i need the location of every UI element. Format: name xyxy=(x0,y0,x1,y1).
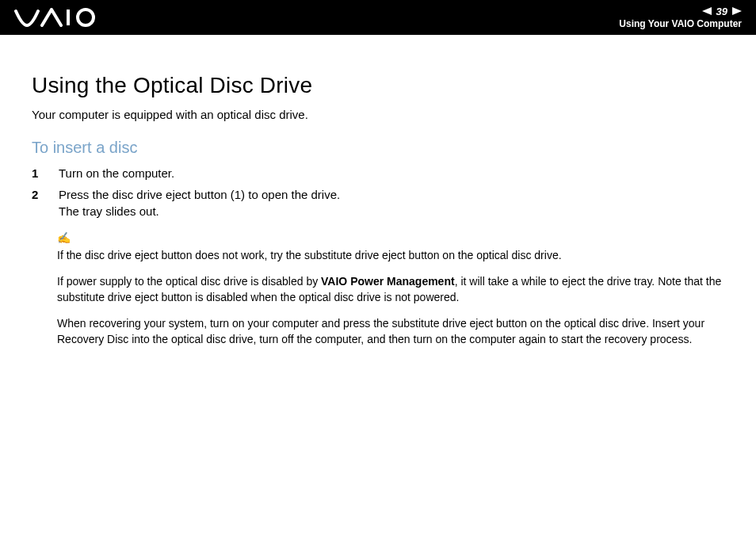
section-title: To insert a disc xyxy=(32,139,724,157)
svg-rect-0 xyxy=(67,10,70,25)
svg-point-1 xyxy=(78,10,94,25)
step-number: 2 xyxy=(32,186,43,219)
step-line: Press the disc drive eject button (1) to… xyxy=(59,188,340,201)
step-text: Turn on the computer. xyxy=(59,165,724,181)
step-number: 1 xyxy=(32,165,43,181)
prev-page-arrow-icon[interactable] xyxy=(702,7,712,15)
step-item: 1 Turn on the computer. xyxy=(32,165,724,181)
vaio-logo-svg xyxy=(14,8,101,27)
step-text: Press the disc drive eject button (1) to… xyxy=(59,186,724,219)
header-bar: 39 Using Your VAIO Computer xyxy=(0,0,756,35)
step-list: 1 Turn on the computer. 2 Press the disc… xyxy=(32,165,724,219)
header-right: 39 Using Your VAIO Computer xyxy=(619,6,742,30)
page-navigation: 39 xyxy=(619,6,742,18)
step-line: The tray slides out. xyxy=(59,204,159,218)
vaio-logo xyxy=(14,8,101,27)
intro-text: Your computer is equipped with an optica… xyxy=(32,108,724,121)
page-number: 39 xyxy=(716,6,727,18)
note-block: ✍ If the disc drive eject button does no… xyxy=(57,231,724,348)
step-item: 2 Press the disc drive eject button (1) … xyxy=(32,186,724,219)
note-paragraph: If power supply to the optical disc driv… xyxy=(57,274,724,305)
svg-marker-3 xyxy=(732,7,742,15)
page-content: Using the Optical Disc Drive Your comput… xyxy=(0,35,756,348)
note-paragraph: When recovering your system, turn on you… xyxy=(57,316,724,347)
page-title: Using the Optical Disc Drive xyxy=(32,73,724,98)
note-bold: VAIO Power Management xyxy=(321,275,455,288)
note-paragraph: If the disc drive eject button does not … xyxy=(57,248,724,264)
next-page-arrow-icon[interactable] xyxy=(732,7,742,15)
note-icon: ✍ xyxy=(57,231,724,246)
breadcrumb: Using Your VAIO Computer xyxy=(619,18,742,29)
note-text: If power supply to the optical disc driv… xyxy=(57,275,321,288)
svg-marker-2 xyxy=(702,7,712,15)
